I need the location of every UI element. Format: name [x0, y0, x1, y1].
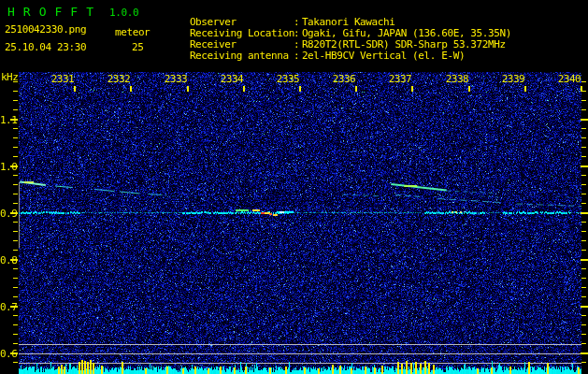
- echo-count: 25: [132, 42, 143, 53]
- time-tick-label: 2335: [274, 74, 302, 85]
- colon: :: [294, 50, 302, 62]
- time-tick-label: 2336: [330, 74, 358, 85]
- freq-tick-label: 0.8: [0, 255, 12, 266]
- time-tick-label: 2331: [49, 74, 77, 85]
- time-tick-label: 2333: [162, 74, 190, 85]
- time-tick-label: 2340: [555, 74, 583, 85]
- hrofft-screenshot: HROFFT 1.0.0 2510042330.png meteor 25.10…: [0, 0, 588, 374]
- datetime-label: 25.10.04 23:30: [5, 42, 86, 53]
- time-tick-label: 2337: [386, 74, 414, 85]
- info-value: 2el-HB9CV Vertical (el. E-W): [302, 50, 465, 62]
- mode-label: meteor: [115, 27, 150, 38]
- info-row-antenna: Receiving antenna:2el-HB9CV Vertical (el…: [166, 39, 465, 73]
- app-version: 1.0.0: [109, 7, 138, 19]
- time-tick-label: 2334: [218, 74, 246, 85]
- time-tick-label: 2338: [443, 74, 471, 85]
- time-tick-label: 2339: [499, 74, 527, 85]
- info-label: Receiving antenna: [190, 50, 294, 62]
- time-tick-label: 2332: [105, 74, 133, 85]
- freq-tick-label: 1.0: [0, 162, 12, 173]
- app-title: HROFFT: [7, 6, 102, 19]
- freq-tick-label: 1.1: [0, 115, 12, 126]
- freq-tick-label: 0.6: [0, 349, 12, 360]
- freq-axis-unit-label: kHz: [1, 71, 18, 83]
- output-filename: 2510042330.png: [5, 24, 86, 36]
- freq-tick-label: 0.7: [0, 302, 12, 313]
- freq-tick-label: 0.9: [0, 209, 12, 220]
